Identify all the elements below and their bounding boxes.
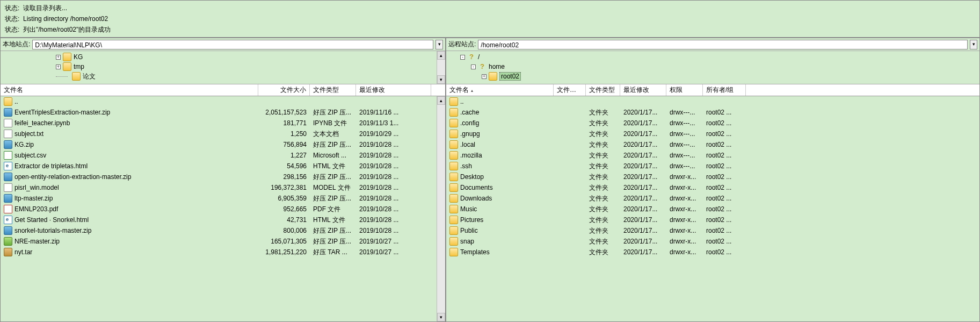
tree-item[interactable]: +KG: [5, 52, 437, 62]
file-name: EventTriplesExtraction-master.zip: [14, 109, 110, 116]
table-row[interactable]: Get Started · Snorkel.html42,731HTML 文件2…: [1, 214, 437, 225]
file-name: .ssh: [460, 162, 472, 170]
file-permissions: drwxr-x...: [666, 248, 703, 256]
scroll-up-icon[interactable]: ▴: [437, 51, 445, 60]
file-size: [554, 166, 586, 167]
file-modified: 2019/10/27 ...: [356, 248, 431, 256]
table-row[interactable]: open-entity-relation-extraction-master.z…: [1, 171, 437, 182]
file-owner: root02 ...: [703, 205, 746, 213]
list-scrollbar[interactable]: ▴ ▾: [437, 96, 445, 321]
table-row[interactable]: ..: [446, 96, 979, 107]
file-name: open-entity-relation-extraction-master.z…: [14, 173, 131, 181]
table-row[interactable]: Pictures文件夹2020/1/17...drwxr-x...root02 …: [446, 214, 979, 225]
table-row[interactable]: NRE-master.zip165,071,305好压 ZIP 压...2019…: [1, 236, 437, 247]
file-permissions: drwxr-x...: [666, 183, 703, 192]
file-modified: 2019/11/3 1...: [356, 119, 431, 127]
table-row[interactable]: ltp-master.zip6,905,359好压 ZIP 压...2019/1…: [1, 193, 437, 204]
file-name: .gnupg: [460, 130, 480, 138]
file-size: [554, 133, 586, 134]
file-modified: 2020/1/17...: [620, 226, 666, 235]
table-row[interactable]: Public文件夹2020/1/17...drwxr-x...root02 ..…: [446, 225, 979, 236]
table-row[interactable]: EventTriplesExtraction-master.zip2,051,1…: [1, 107, 437, 118]
file-type: 好压 ZIP 压...: [310, 237, 356, 247]
table-row[interactable]: .mozilla文件夹2020/1/17...drwx---...root02 …: [446, 150, 979, 161]
expander-icon[interactable]: -: [471, 65, 476, 69]
expander-icon[interactable]: +: [56, 55, 61, 60]
table-row[interactable]: .gnupg文件夹2020/1/17...drwx---...root02 ..…: [446, 128, 979, 139]
table-row[interactable]: feifei_teacher.ipynb181,771IPYNB 文件2019/…: [1, 118, 437, 128]
table-row[interactable]: .config文件夹2020/1/17...drwx---...root02 .…: [446, 118, 979, 128]
col-size[interactable]: 文件大小: [554, 84, 586, 96]
expander-icon[interactable]: +: [56, 65, 61, 69]
tree-item[interactable]: -?home: [451, 62, 979, 71]
file-size: [554, 155, 586, 156]
file-size: [554, 198, 586, 199]
table-row[interactable]: nyt.tar1,981,251,220好压 TAR ...2019/10/27…: [1, 247, 437, 257]
table-row[interactable]: pisrl_win.model196,372,381MODEL 文件2019/1…: [1, 182, 437, 193]
file-icon: [4, 119, 12, 127]
table-row[interactable]: snap文件夹2020/1/17...drwxr-x...root02 ...: [446, 236, 979, 247]
col-size[interactable]: 文件大小: [258, 84, 310, 96]
folder-icon: [449, 140, 458, 149]
table-row[interactable]: Documents文件夹2020/1/17...drwxr-x...root02…: [446, 182, 979, 193]
local-path-input[interactable]: D:\MyMaterial\NLP\KG\: [32, 40, 433, 49]
expander-icon[interactable]: +: [482, 74, 487, 79]
col-modified[interactable]: 最近修改: [356, 84, 431, 96]
table-row[interactable]: Music文件夹2020/1/17...drwxr-x...root02 ...: [446, 204, 979, 214]
tree-item[interactable]: -?/: [451, 52, 979, 62]
file-name: Extractor de tripletas.html: [14, 162, 88, 170]
table-row[interactable]: .cache文件夹2020/1/17...drwx---...root02 ..…: [446, 107, 979, 118]
folder-icon: [449, 119, 458, 127]
file-size: [554, 187, 586, 188]
folder-icon: [449, 130, 458, 138]
folder-icon: [72, 72, 81, 81]
file-permissions: drwxr-x...: [666, 237, 703, 246]
col-name[interactable]: 文件名▴: [446, 84, 554, 96]
table-row[interactable]: .ssh文件夹2020/1/17...drwx---...root02 ...: [446, 161, 979, 171]
file-size: [554, 209, 586, 210]
table-row[interactable]: subject.csv1,227Microsoft ...2019/10/28 …: [1, 150, 437, 161]
tree-item[interactable]: +root02: [451, 71, 979, 81]
tree-item[interactable]: +tmp: [5, 62, 437, 71]
local-path-dropdown[interactable]: ▾: [435, 40, 443, 49]
file-modified: 2019/10/28 ...: [356, 205, 431, 213]
file-name: .cache: [460, 109, 479, 116]
col-owner[interactable]: 所有者/组: [703, 84, 746, 96]
file-size: [554, 219, 586, 220]
scroll-down-icon[interactable]: ▾: [437, 313, 445, 321]
file-owner: root02 ...: [703, 119, 746, 127]
expander-icon[interactable]: -: [460, 55, 465, 60]
col-type[interactable]: 文件类型: [586, 84, 620, 96]
table-row[interactable]: EMNLP203.pdf952,665PDF 文件2019/10/28 ...: [1, 204, 437, 214]
file-type: 文件夹: [586, 247, 620, 257]
file-owner: [703, 101, 746, 102]
col-name[interactable]: 文件名: [1, 84, 258, 96]
remote-path-dropdown[interactable]: ▾: [970, 40, 977, 49]
file-modified: 2020/1/17...: [620, 119, 666, 127]
table-row[interactable]: Downloads文件夹2020/1/17...drwxr-x...root02…: [446, 193, 979, 204]
file-modified: 2019/10/28 ...: [356, 226, 431, 235]
file-size: [554, 176, 586, 177]
tree-scrollbar[interactable]: ▴ ▾: [437, 51, 445, 84]
tree-item[interactable]: 论文: [5, 71, 437, 81]
table-row[interactable]: .local文件夹2020/1/17...drwx---...root02 ..…: [446, 139, 979, 150]
folder-up-icon: [449, 97, 458, 106]
table-row[interactable]: Extractor de tripletas.html54,596HTML 文件…: [1, 161, 437, 171]
table-row[interactable]: Templates文件夹2020/1/17...drwxr-x...root02…: [446, 247, 979, 257]
file-type: HTML 文件: [310, 215, 356, 225]
scroll-down-icon[interactable]: ▾: [437, 75, 445, 84]
col-type[interactable]: 文件类型: [310, 84, 356, 96]
col-modified[interactable]: 最近修改: [620, 84, 666, 96]
file-owner: root02 ...: [703, 216, 746, 224]
scroll-up-icon[interactable]: ▴: [437, 96, 445, 105]
table-row[interactable]: subject.txt1,250文本文档2019/10/29 ...: [1, 128, 437, 139]
status-log: 状态: 读取目录列表... 状态: Listing directory /hom…: [0, 0, 980, 38]
file-name: feifei_teacher.ipynb: [14, 119, 70, 127]
col-permissions[interactable]: 权限: [666, 84, 703, 96]
remote-path-input[interactable]: /home/root02: [478, 40, 968, 49]
file-name: nyt.tar: [14, 248, 32, 256]
table-row[interactable]: snorkel-tutorials-master.zip800,006好压 ZI…: [1, 225, 437, 236]
table-row[interactable]: Desktop文件夹2020/1/17...drwxr-x...root02 .…: [446, 171, 979, 182]
table-row[interactable]: KG.zip756,894好压 ZIP 压...2019/10/28 ...: [1, 139, 437, 150]
table-row[interactable]: ..: [1, 96, 437, 107]
